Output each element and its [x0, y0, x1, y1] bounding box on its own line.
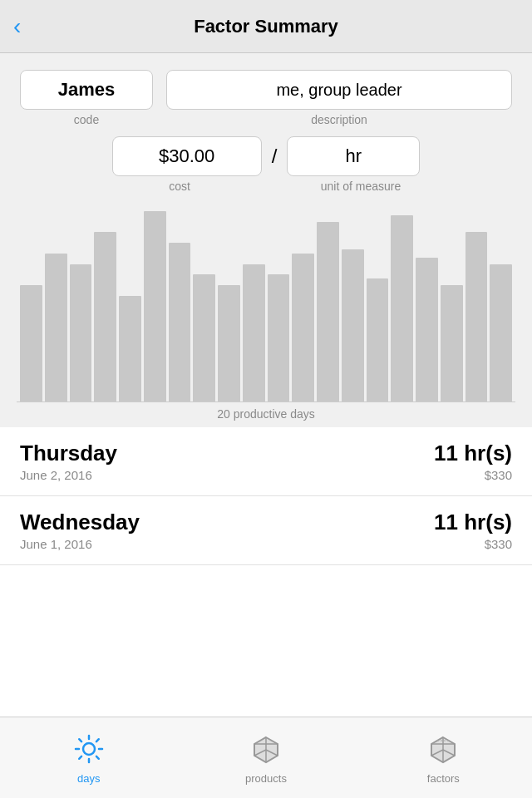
tab-item-products[interactable]: products [177, 731, 354, 785]
chart-bar [193, 274, 215, 401]
svg-line-7 [96, 739, 99, 741]
chart-bar [416, 258, 438, 401]
chart-bar [367, 278, 389, 401]
list-item-left: Thursday June 2, 2016 [20, 441, 117, 482]
cost-label: cost [105, 180, 254, 193]
chart-bar [70, 264, 92, 401]
chart-bar [466, 232, 488, 401]
list-item-left: Wednesday June 1, 2016 [20, 510, 140, 551]
svg-point-0 [83, 743, 95, 755]
description-field[interactable]: me, group leader [166, 70, 512, 110]
list-item-date: June 1, 2016 [20, 537, 140, 551]
chart-bar [441, 285, 463, 401]
code-field[interactable]: James [20, 70, 153, 110]
bar-chart [17, 211, 515, 402]
slash-divider: / [272, 145, 278, 168]
list-item-hours: 11 hr(s) [434, 441, 512, 466]
tab-item-factors[interactable]: factors [355, 731, 532, 785]
header: ‹ Factor Summary [0, 0, 532, 53]
fields-section: James me, group leader code description … [0, 53, 532, 203]
chart-bar [317, 222, 339, 401]
list-item[interactable]: Thursday June 2, 2016 11 hr(s) $330 [0, 427, 532, 496]
cost-field[interactable]: $30.00 [112, 136, 262, 176]
factors-icon [425, 731, 461, 767]
description-value: me, group leader [276, 81, 401, 100]
code-desc-labels: code description [20, 113, 512, 126]
chart-bar [20, 285, 42, 401]
uom-value: hr [346, 145, 362, 167]
code-value: James [58, 79, 116, 101]
uom-label: unit of measure [294, 180, 427, 193]
days-icon [71, 731, 107, 767]
code-desc-row: James me, group leader [20, 70, 512, 110]
list-item-cost: $330 [485, 468, 512, 482]
list-item-right: 11 hr(s) $330 [434, 441, 512, 482]
chart-bar [490, 264, 512, 401]
list-section: Thursday June 2, 2016 11 hr(s) $330 Wedn… [0, 427, 532, 717]
tab-bar: days products fa [0, 717, 532, 798]
chart-bar [119, 296, 141, 401]
chart-label: 20 productive days [17, 407, 515, 421]
uom-field[interactable]: hr [287, 136, 420, 176]
page-title: Factor Summary [194, 16, 338, 37]
cost-value: $30.00 [159, 145, 214, 167]
chart-bar [45, 254, 67, 401]
chart-bar [391, 215, 413, 401]
chart-section: 20 productive days [0, 203, 532, 427]
list-item-day: Wednesday [20, 510, 140, 535]
tab-item-days[interactable]: days [0, 731, 177, 785]
tab-label-factors: factors [427, 772, 460, 785]
tab-label-products: products [245, 772, 287, 785]
chart-bar [342, 249, 364, 401]
cost-uom-labels: cost / unit of measure [20, 180, 512, 193]
cost-uom-row: $30.00 / hr [20, 136, 512, 176]
list-item-day: Thursday [20, 441, 117, 466]
products-icon [248, 731, 284, 767]
svg-line-8 [79, 756, 81, 759]
chart-bar [292, 254, 314, 401]
tab-label-days: days [77, 772, 100, 785]
list-item-hours: 11 hr(s) [434, 510, 512, 535]
chart-bar [144, 211, 166, 401]
chart-bar [218, 285, 240, 401]
list-item-cost: $330 [485, 537, 512, 551]
chart-bar [268, 274, 290, 401]
code-label: code [20, 113, 153, 126]
svg-line-5 [79, 739, 81, 741]
content-area: James me, group leader code description … [0, 53, 532, 717]
chart-bar [169, 243, 191, 401]
slash-spacer: / [264, 180, 284, 193]
svg-line-6 [96, 756, 99, 759]
back-button[interactable]: ‹ [13, 13, 21, 40]
back-icon: ‹ [13, 13, 21, 40]
list-item[interactable]: Wednesday June 1, 2016 11 hr(s) $330 [0, 496, 532, 565]
list-item-right: 11 hr(s) $330 [434, 510, 512, 551]
chart-bar [243, 264, 265, 401]
description-label: description [166, 113, 512, 126]
chart-bar [94, 232, 116, 401]
list-item-date: June 2, 2016 [20, 468, 117, 482]
